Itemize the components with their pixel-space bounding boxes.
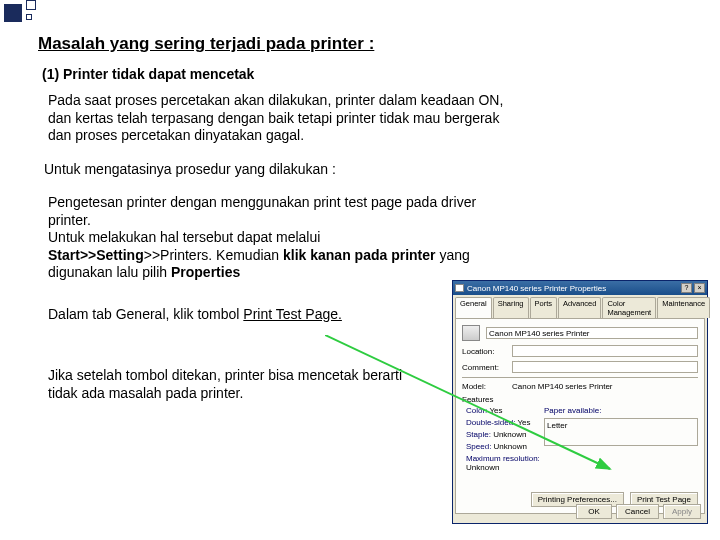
tab-color-management[interactable]: Color Management <box>602 297 656 318</box>
paragraph-4: Dalam tab General, klik tombol Print Tes… <box>48 306 388 324</box>
dialog-titlebar[interactable]: Canon MP140 series Printer Properties ? … <box>453 281 707 295</box>
paragraph-5: Jika setelah tombol ditekan, printer bis… <box>48 367 408 402</box>
close-button[interactable]: × <box>694 283 705 293</box>
paragraph-2: Untuk mengatasinya prosedur yang dilakuk… <box>44 161 514 179</box>
feat-maxres-k: Maximum resolution: Unknown <box>466 454 544 472</box>
dialog-title: Canon MP140 series Printer Properties <box>467 284 606 293</box>
tab-maintenance[interactable]: Maintenance <box>657 297 710 318</box>
page-corner-decoration <box>0 0 40 30</box>
comment-label: Comment: <box>462 363 506 372</box>
p4-lead: Dalam tab General, klik tombol <box>48 306 243 322</box>
feat-double-k: Double-sided: Yes <box>466 418 544 427</box>
model-value: Canon MP140 series Printer <box>512 382 613 391</box>
feat-speed-k: Speed: Unknown <box>466 442 544 451</box>
features-label: Features <box>462 395 698 404</box>
printer-name-field[interactable] <box>486 327 698 339</box>
paragraph-3: Pengetesan printer dengan menggunakan pr… <box>48 194 488 282</box>
section-subhead: (1) Printer tidak dapat mencetak <box>42 66 700 82</box>
location-field[interactable] <box>512 345 698 357</box>
tab-advanced[interactable]: Advanced <box>558 297 601 318</box>
tab-sharing[interactable]: Sharing <box>493 297 529 318</box>
tab-general[interactable]: General <box>455 297 492 318</box>
p3-mid: >>Printers. Kemudian <box>144 247 283 263</box>
features-grid: Color: Yes Paper available: Double-sided… <box>466 406 698 472</box>
apply-button[interactable]: Apply <box>663 504 701 519</box>
tab-ports[interactable]: Ports <box>530 297 558 318</box>
feat-color-k: Color: Yes <box>466 406 544 415</box>
model-label: Model: <box>462 382 506 391</box>
printer-icon-large <box>462 325 480 341</box>
printer-icon <box>455 284 464 292</box>
tab-panel-general: Location: Comment: Model: Canon MP140 se… <box>455 318 705 514</box>
p3-bold-start: Start>>Setting <box>48 247 144 263</box>
p3-bold-props: Properties <box>171 264 240 280</box>
feat-paper-k: Paper available: <box>544 406 698 415</box>
location-label: Location: <box>462 347 506 356</box>
paragraph-1: Pada saat proses percetakan akan dilakuk… <box>48 92 518 145</box>
tab-strip: General Sharing Ports Advanced Color Man… <box>453 295 707 318</box>
cancel-button[interactable]: Cancel <box>616 504 659 519</box>
feat-staple-k: Staple: Unknown <box>466 430 544 439</box>
p3-bold-klik: klik kanan pada printer <box>283 247 436 263</box>
help-button[interactable]: ? <box>681 283 692 293</box>
comment-field[interactable] <box>512 361 698 373</box>
printer-properties-dialog: Canon MP140 series Printer Properties ? … <box>452 280 708 524</box>
feat-paper-v: Letter <box>544 418 698 446</box>
page-title: Masalah yang sering terjadi pada printer… <box>38 34 700 54</box>
ok-button[interactable]: OK <box>576 504 612 519</box>
p3-line1: Pengetesan printer dengan menggunakan pr… <box>48 194 476 228</box>
p4-underline: Print Test Page. <box>243 306 342 322</box>
p3-line2a: Untuk melakukan hal tersebut dapat melal… <box>48 229 320 245</box>
